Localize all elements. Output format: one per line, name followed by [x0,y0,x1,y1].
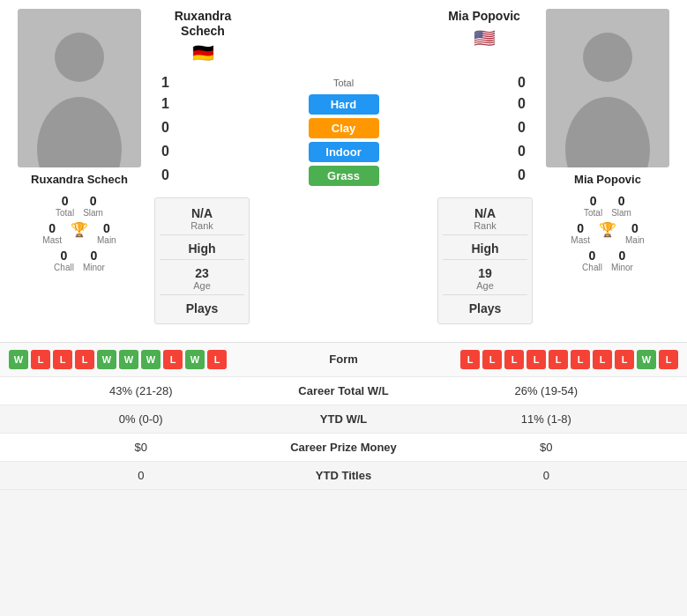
right-form-badge: L [593,350,612,369]
right-form-badge: W [637,350,656,369]
left-form-badge: W [9,350,28,369]
right-form-badge: L [460,350,480,369]
right-age-val: 19 [478,266,492,280]
stat-row: 43% (21-28) Career Total W/L 26% (19-54) [0,377,687,405]
left-rank-lbl: Rank [190,220,213,231]
right-minor-lbl: Minor [611,263,633,272]
left-form-badge: W [119,350,138,369]
left-slam-lbl: Slam [83,208,103,218]
right-hard-score: 0 [511,96,533,112]
right-age-lbl: Age [476,280,494,291]
stat-row: 0 YTD Titles 0 [0,462,687,490]
grass-badge: Grass [309,166,379,186]
svg-point-4 [583,33,632,82]
left-flag: 🇩🇪 [192,42,214,63]
left-form-badge: W [185,350,205,369]
right-flag: 🇺🇸 [474,27,496,48]
left-slam-val: 0 [90,194,97,208]
right-form-badge: L [504,350,524,369]
stat-label: Career Prize Money [273,441,414,454]
left-form: WLLLWWWLWL [9,350,291,369]
score-indoor-row: 0 Indoor 0 [154,142,533,162]
right-level-val: High [471,241,498,256]
stat-row: 0% (0-0) YTD W/L 11% (1-8) [0,405,687,434]
right-name-top: Mia Popovic [448,9,520,24]
stat-left-val: $0 [9,441,273,454]
left-minor-val: 0 [91,249,98,263]
right-main-val: 0 [631,221,638,235]
left-grass-score: 0 [154,167,176,183]
right-chall-val: 0 [589,249,596,263]
right-avatar [546,9,669,167]
right-total-score: 0 [511,75,533,91]
left-rank-val: N/A [191,206,213,220]
left-player-block: Ruxandra Schech 0 Total 0 Slam 0 Mast [9,9,150,324]
left-form-badge: W [141,350,161,369]
bottom-section: WLLLWWWLWL Form LLLLLLLLWL 43% (21-28) C… [0,342,687,490]
left-mast-lbl: Mast [42,235,62,245]
indoor-badge: Indoor [309,142,379,162]
right-form-badge: L [526,350,546,369]
left-plays-val: Plays [186,301,219,315]
stat-right-val: 26% (19-54) [414,384,679,397]
stat-right-val: $0 [414,441,679,454]
right-mast-val: 0 [577,221,584,235]
right-rank-lbl: Rank [474,220,497,231]
top-section: Ruxandra Schech 0 Total 0 Slam 0 Mast [0,0,687,333]
right-player-block: Mia Popovic 0 Total 0 Slam 0 Mast [537,9,678,324]
score-hard-row: 1 Hard 0 [154,94,533,115]
stat-left-val: 43% (21-28) [9,384,273,397]
right-player-stats: 0 Total 0 Slam 0 Mast 🏆 [537,190,678,272]
left-form-badge: L [31,350,50,369]
left-level-val: High [188,241,215,256]
left-player-stats: 0 Total 0 Slam 0 Mast 🏆 [9,190,150,272]
right-form-badge: L [571,350,590,369]
left-name-top: Ruxandra Schech [154,9,251,39]
left-trophy-icon: 🏆 [71,221,88,238]
stat-right-val: 0 [414,469,679,482]
total-label: Total [333,78,354,88]
player-names-row: Ruxandra Schech 🇩🇪 Mia Popovic 🇺🇸 [154,9,533,63]
right-slam-val: 0 [618,194,625,208]
center-block: Ruxandra Schech 🇩🇪 Mia Popovic 🇺🇸 1 Tota… [154,9,533,324]
hard-badge: Hard [309,94,379,115]
left-chall-lbl: Chall [54,263,74,272]
right-form: LLLLLLLLWL [397,350,679,369]
right-form-badge: L [549,350,568,369]
stat-left-val: 0% (0-0) [9,412,273,426]
left-form-badge: L [53,350,72,369]
right-slam-lbl: Slam [611,208,631,218]
left-main-lbl: Main [97,235,116,245]
form-row: WLLLWWWLWL Form LLLLLLLLWL [0,343,687,377]
score-grass-row: 0 Grass 0 [154,166,533,186]
left-avatar [18,9,141,167]
left-total-score: 1 [154,75,176,91]
right-total-val: 0 [590,194,597,208]
right-info-panel: N/A Rank High 19 Age Plays [437,197,533,324]
right-form-badge: L [482,350,502,369]
stat-label: YTD W/L [273,412,414,426]
right-form-badge: L [615,350,634,369]
score-clay-row: 0 Clay 0 [154,118,533,138]
left-form-badge: W [97,350,116,369]
left-form-badge: L [75,350,94,369]
left-clay-score: 0 [154,120,176,136]
right-chall-lbl: Chall [582,263,602,272]
left-age-val: 23 [195,266,209,280]
score-block: 1 Total 0 1 Hard 0 0 Clay 0 0 [154,71,533,190]
right-minor-val: 0 [619,249,626,263]
right-clay-score: 0 [511,120,533,136]
score-total-row: 1 Total 0 [154,75,533,91]
stat-left-val: 0 [9,469,273,482]
stat-label: YTD Titles [273,469,414,482]
clay-badge: Clay [309,118,379,138]
left-minor-lbl: Minor [83,263,105,272]
left-age-lbl: Age [193,280,211,291]
left-total-val: 0 [62,194,69,208]
svg-point-1 [55,33,104,82]
right-indoor-score: 0 [511,144,533,160]
form-label: Form [291,353,397,366]
left-indoor-score: 0 [154,144,176,160]
stat-label: Career Total W/L [273,384,414,397]
right-total-lbl: Total [584,208,602,218]
